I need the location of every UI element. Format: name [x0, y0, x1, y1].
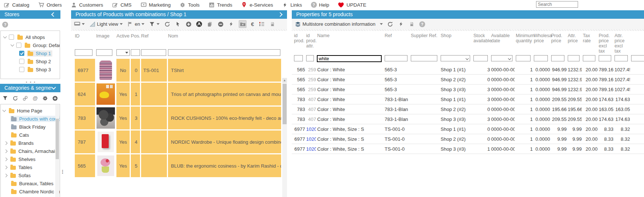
categories-scrollbar[interactable] [55, 105, 59, 197]
chevron-right-icon[interactable] [4, 157, 8, 161]
checkbox-checked-icon[interactable] [19, 51, 24, 56]
chevron-down-icon[interactable] [3, 108, 6, 112]
product-row[interactable]: 624 Yes 1 Trios of art photographs print… [71, 83, 287, 105]
filter-nom-input[interactable] [168, 49, 280, 56]
id-prod-attr-cell[interactable]: 407 [306, 97, 316, 102]
combination-row[interactable]: 565 259 Color : White 565-3 Shop 2 (#2) … [292, 75, 644, 85]
tree-item-bureaux-tables[interactable]: Bureaux, Tables [1, 179, 60, 187]
combination-row[interactable]: 783 407 Color : White 783-1-Blan Shop 3 … [292, 114, 644, 124]
scrollbar-thumb[interactable] [56, 119, 59, 159]
menu-update[interactable]: UPDATE [338, 2, 366, 8]
add-category-icon[interactable] [52, 95, 58, 101]
filter-prod-excl-input[interactable] [599, 55, 611, 61]
column-header-id[interactable]: ID [75, 33, 95, 49]
product-row[interactable]: 565 Yes 5 BLUB: the ergonomic cosiness -… [71, 154, 287, 177]
tree-item-all-shops[interactable]: All shops [1, 33, 60, 41]
filter-wholesale-input[interactable] [534, 55, 548, 61]
id-prod-attr-cell[interactable]: 407 [306, 117, 316, 122]
filter-shop-select[interactable] [441, 55, 470, 61]
tree-item-chambre-nordic[interactable]: Chambre Nordic Lin [1, 187, 60, 196]
filter-tax-input[interactable] [583, 55, 595, 61]
column-header-active[interactable]: Active [116, 33, 130, 49]
menu-e-services[interactable]: e-Services [241, 2, 273, 8]
chevron-right-icon[interactable] [278, 12, 283, 17]
collapse-left-icon[interactable] [51, 12, 56, 17]
tree-item-chairs-armachairs[interactable]: Chairs, Armachairs [1, 147, 60, 155]
combination-row[interactable]: 6977 10209 Color : White, Size : S TS-00… [292, 144, 644, 154]
add-product-icon[interactable] [185, 21, 192, 27]
product-row[interactable]: 787 Yes 4 NORDIC Wardrobe - Unique float… [71, 130, 287, 153]
column-header-attr-price-excl-tax[interactable]: Attr. price excl tax [615, 33, 630, 55]
menu-customers[interactable]: Customers [71, 2, 103, 8]
filter-button[interactable] [149, 21, 160, 27]
scrollbar-thumb[interactable] [283, 84, 287, 124]
margins-icon[interactable] [259, 21, 265, 27]
link-icon[interactable] [22, 95, 28, 101]
combination-row[interactable]: 783 407 Color : White 783-1-Blan Shop 1 … [292, 94, 644, 104]
id-prod-attr-cell[interactable]: 10209 [306, 136, 316, 142]
filter-prod-price-input[interactable] [551, 55, 564, 61]
column-header-supplier-ref[interactable]: Supplier Ref. [411, 33, 440, 55]
tree-item-group-default[interactable]: Group: Default [1, 41, 60, 49]
export-csv-icon[interactable] [409, 21, 415, 27]
checkbox-unchecked-icon[interactable] [19, 59, 24, 64]
column-header-ref[interactable]: Ref [385, 33, 410, 55]
column-header-prod-price[interactable]: Prod. price [551, 33, 567, 55]
menu-catalog[interactable]: Catalog [4, 2, 29, 8]
column-header-wholesale-price[interactable]: Wholesa price [534, 33, 550, 55]
combination-row[interactable]: 565 259 Color : White 565-3 Shop 3 (#3) … [292, 85, 644, 94]
id-prod-attr-cell[interactable]: 10209 [306, 146, 316, 152]
menu-marketing[interactable]: Marketing [140, 2, 171, 8]
tree-item-shelves[interactable]: Shelves [1, 155, 60, 163]
menu-cms[interactable]: CMS [112, 2, 132, 8]
chevron-right-icon[interactable] [4, 141, 8, 145]
help-icon[interactable] [2, 22, 8, 28]
display-options-button[interactable] [74, 21, 85, 27]
filter-id-prod-input[interactable] [294, 55, 303, 61]
filter-id-input[interactable] [75, 49, 92, 56]
filter-supplier-input[interactable] [411, 55, 437, 61]
prestashop-icon[interactable] [196, 21, 202, 27]
filter-icon[interactable] [2, 95, 8, 101]
column-header-prod-price-excl-tax[interactable]: Prod. price excl tax [599, 33, 613, 55]
tree-item-brands[interactable]: Brands [1, 139, 60, 147]
tree-item-black-friday[interactable]: Black Friday [1, 123, 60, 131]
id-prod-attr-cell[interactable]: 259 [306, 77, 316, 82]
search-input[interactable] [536, 1, 578, 8]
checkbox-unchecked-icon[interactable] [16, 43, 21, 48]
help-icon[interactable] [419, 21, 425, 27]
column-header-pos[interactable]: Pos. [131, 33, 140, 49]
language-button[interactable]: en [127, 21, 144, 27]
chevron-right-icon[interactable] [4, 173, 8, 177]
combination-row[interactable]: 565 259 Color : White 565-3 Shop 1 (#1) … [292, 65, 644, 75]
refresh-icon[interactable] [164, 21, 170, 27]
filter-pos-input[interactable] [131, 49, 140, 56]
id-prod-attr-cell[interactable]: 407 [306, 107, 316, 112]
filter-date-select[interactable] [491, 55, 512, 61]
combination-row[interactable]: 6977 10209 Color : White, Size : S TS-00… [292, 134, 644, 144]
id-prod-attr-cell[interactable]: 259 [306, 87, 316, 92]
chevron-down-icon[interactable] [51, 85, 56, 90]
filter-image-input[interactable] [96, 49, 112, 56]
settings-gear-icon[interactable] [42, 95, 48, 101]
bulk-actions-icon[interactable] [398, 21, 404, 27]
chevron-right-icon[interactable] [4, 165, 8, 169]
filter-ref-input[interactable] [385, 55, 407, 61]
menu-tools[interactable]: Tools [179, 2, 200, 8]
chevron-down-icon[interactable] [3, 35, 7, 39]
column-header-stock-available[interactable]: Stock available [473, 33, 490, 55]
column-header-tax-rate[interactable]: Tax rate [583, 33, 598, 55]
view-selector-button[interactable]: Multistore combination information [295, 21, 383, 27]
remove-icon[interactable] [217, 21, 224, 27]
tree-item-shop-3[interactable]: Shop 3 [1, 65, 60, 74]
column-header-image[interactable]: Image [96, 33, 115, 49]
view-mode-button[interactable]: Light view [89, 21, 123, 27]
filter-attr-price-input[interactable] [568, 55, 580, 61]
menu-help[interactable]: Help [311, 2, 329, 8]
filter-extra-input[interactable] [631, 55, 644, 61]
product-row[interactable]: 783 Yes 3 ROCK CUSHIONS - 100% eco-frien… [71, 107, 287, 129]
menu-links[interactable]: Links [282, 2, 302, 8]
checkbox-unchecked-icon[interactable] [9, 35, 14, 40]
filter-attr-excl-input[interactable] [615, 55, 628, 61]
tree-item-home-page[interactable]: Home Page [1, 107, 60, 115]
